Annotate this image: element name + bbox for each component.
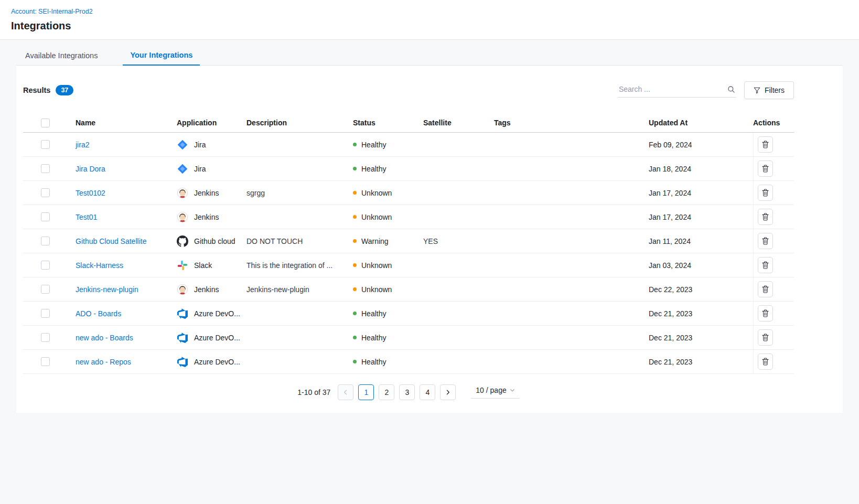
delete-button[interactable] bbox=[758, 329, 773, 346]
page-button-2[interactable]: 2 bbox=[379, 384, 394, 400]
page-size-label: 10 / page bbox=[476, 386, 506, 394]
updated-at-text: Jan 17, 2024 bbox=[649, 213, 753, 221]
table-row: Slack-HarnessSlackThis is the integratio… bbox=[23, 253, 794, 277]
table-row: new ado - BoardsAzure DevO...HealthyDec … bbox=[23, 326, 794, 350]
delete-button[interactable] bbox=[758, 281, 773, 297]
application-label: Slack bbox=[194, 261, 212, 270]
trash-icon bbox=[762, 358, 769, 366]
updated-at-text: Dec 21, 2023 bbox=[649, 358, 753, 366]
table-row: Jenkins-new-pluginJenkinsJenkins-new-plu… bbox=[23, 277, 794, 302]
status-dot bbox=[353, 215, 357, 219]
integration-name-link[interactable]: new ado - Boards bbox=[76, 334, 133, 342]
page-button-3[interactable]: 3 bbox=[399, 384, 415, 400]
row-checkbox[interactable] bbox=[41, 164, 50, 173]
page-button-4[interactable]: 4 bbox=[420, 384, 435, 400]
delete-button[interactable] bbox=[758, 160, 773, 177]
pagination: 1-10 of 37 1234 10 / page bbox=[23, 384, 794, 400]
row-checkbox[interactable] bbox=[41, 357, 50, 366]
updated-at-text: Dec 21, 2023 bbox=[649, 334, 753, 342]
status-text: Healthy bbox=[361, 165, 386, 173]
application-label: Jira bbox=[194, 165, 206, 173]
results-summary: Results 37 bbox=[23, 85, 73, 95]
page-size-select[interactable]: 10 / page bbox=[471, 386, 519, 399]
select-all-checkbox[interactable] bbox=[41, 119, 50, 127]
row-checkbox[interactable] bbox=[41, 237, 50, 245]
updated-at-text: Feb 09, 2024 bbox=[649, 141, 753, 149]
row-checkbox[interactable] bbox=[41, 333, 50, 342]
next-page-button[interactable] bbox=[440, 384, 456, 400]
jira-icon bbox=[177, 163, 188, 175]
row-checkbox[interactable] bbox=[41, 140, 50, 149]
trash-icon bbox=[762, 261, 769, 269]
page-button-1[interactable]: 1 bbox=[358, 384, 374, 400]
chevron-right-icon bbox=[445, 389, 451, 395]
delete-button[interactable] bbox=[758, 185, 773, 201]
table-row: jira2JiraHealthyFeb 09, 2024 bbox=[23, 133, 794, 157]
delete-button[interactable] bbox=[758, 209, 773, 225]
page-title: Integrations bbox=[11, 20, 848, 32]
azure-devops-icon bbox=[177, 356, 188, 368]
integrations-table: Name Application Description Status Sate… bbox=[23, 113, 794, 374]
table-row: Test01JenkinsUnknownJan 17, 2024 bbox=[23, 205, 794, 229]
status-dot bbox=[353, 263, 357, 267]
table-row: Jira DoraJiraHealthyJan 18, 2024 bbox=[23, 157, 794, 181]
row-checkbox[interactable] bbox=[41, 285, 50, 294]
status-text: Warning bbox=[361, 237, 389, 245]
toolbar-right: Filters bbox=[618, 81, 794, 99]
delete-button[interactable] bbox=[758, 233, 773, 249]
updated-at-text: Dec 22, 2023 bbox=[649, 285, 753, 294]
status-text: Unknown bbox=[361, 285, 392, 294]
status-dot bbox=[353, 336, 357, 339]
integration-name-link[interactable]: Slack-Harness bbox=[76, 261, 123, 270]
delete-button[interactable] bbox=[758, 305, 773, 321]
updated-at-text: Jan 03, 2024 bbox=[649, 261, 753, 270]
integration-name-link[interactable]: new ado - Repos bbox=[76, 358, 131, 366]
trash-icon bbox=[762, 237, 769, 245]
updated-at-text: Jan 11, 2024 bbox=[649, 237, 753, 245]
row-checkbox[interactable] bbox=[41, 212, 50, 221]
previous-page-button[interactable] bbox=[338, 384, 353, 400]
filters-button[interactable]: Filters bbox=[744, 81, 794, 99]
delete-button[interactable] bbox=[758, 136, 773, 153]
results-count-badge: 37 bbox=[56, 85, 73, 95]
integration-name-link[interactable]: ADO - Boards bbox=[76, 309, 121, 318]
status-dot bbox=[353, 167, 357, 170]
row-checkbox[interactable] bbox=[41, 261, 50, 270]
filter-icon bbox=[754, 87, 760, 94]
tab-available-integrations[interactable]: Available Integrations bbox=[18, 46, 105, 65]
slack-icon bbox=[177, 260, 188, 271]
account-link[interactable]: Account: SEI-Internal-Prod2 bbox=[11, 8, 93, 15]
status-text: Healthy bbox=[361, 141, 386, 149]
application-label: Azure DevO... bbox=[194, 309, 240, 318]
row-checkbox[interactable] bbox=[41, 188, 50, 197]
integration-name-link[interactable]: jira2 bbox=[76, 141, 89, 149]
trash-icon bbox=[762, 165, 769, 173]
updated-at-text: Jan 18, 2024 bbox=[649, 165, 753, 173]
row-checkbox[interactable] bbox=[41, 309, 50, 318]
column-header-name: Name bbox=[76, 119, 177, 127]
trash-icon bbox=[762, 189, 769, 197]
status-dot bbox=[353, 239, 357, 243]
integration-name-link[interactable]: Github Cloud Satellite bbox=[76, 237, 146, 245]
tab-bar: Available Integrations Your Integrations bbox=[16, 40, 843, 66]
column-header-actions: Actions bbox=[753, 119, 794, 127]
application-label: Azure DevO... bbox=[194, 334, 240, 342]
integration-name-link[interactable]: Jira Dora bbox=[76, 165, 105, 173]
integration-name-link[interactable]: Test01 bbox=[76, 213, 97, 221]
integration-name-link[interactable]: Test0102 bbox=[76, 189, 105, 197]
delete-button[interactable] bbox=[758, 257, 773, 273]
application-label: Jenkins bbox=[194, 285, 219, 294]
github-icon bbox=[177, 235, 188, 247]
filters-label: Filters bbox=[765, 86, 785, 94]
jenkins-icon bbox=[177, 284, 188, 295]
search-input[interactable] bbox=[619, 85, 727, 93]
jira-icon bbox=[177, 139, 188, 151]
status-dot bbox=[353, 287, 357, 291]
delete-button[interactable] bbox=[758, 353, 773, 370]
satellite-text: YES bbox=[423, 237, 494, 245]
tab-your-integrations[interactable]: Your Integrations bbox=[123, 46, 200, 66]
column-header-tags: Tags bbox=[494, 119, 649, 127]
table-row: Test0102JenkinssgrggUnknownJan 17, 2024 bbox=[23, 181, 794, 205]
integration-name-link[interactable]: Jenkins-new-plugin bbox=[76, 285, 138, 294]
search-box bbox=[618, 83, 736, 98]
